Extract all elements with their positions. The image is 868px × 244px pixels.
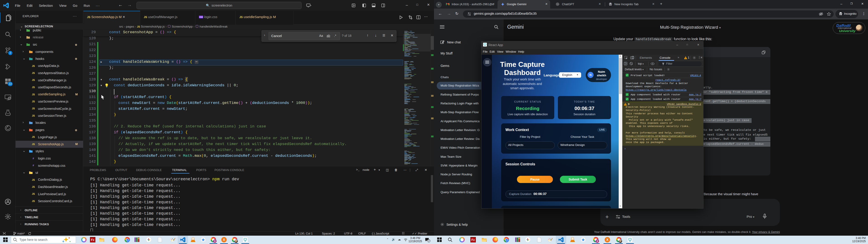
- svg-text:!: !: [625, 103, 626, 105]
- svg-text:!: !: [685, 57, 686, 59]
